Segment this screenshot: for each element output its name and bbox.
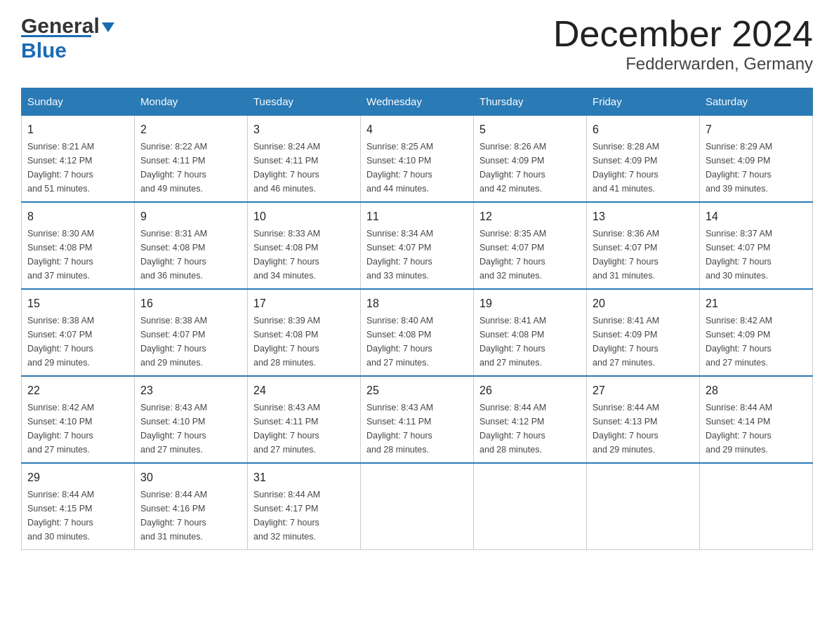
day-info: Sunrise: 8:44 AMSunset: 4:13 PMDaylight:… bbox=[593, 401, 694, 457]
day-number: 23 bbox=[140, 382, 241, 399]
calendar-cell: 21Sunrise: 8:42 AMSunset: 4:09 PMDayligh… bbox=[700, 289, 813, 376]
calendar-cell: 28Sunrise: 8:44 AMSunset: 4:14 PMDayligh… bbox=[700, 376, 813, 463]
day-info: Sunrise: 8:42 AMSunset: 4:10 PMDaylight:… bbox=[27, 401, 128, 457]
day-info: Sunrise: 8:42 AMSunset: 4:09 PMDaylight:… bbox=[706, 314, 807, 370]
calendar-cell: 31Sunrise: 8:44 AMSunset: 4:17 PMDayligh… bbox=[248, 463, 361, 550]
column-header-friday: Friday bbox=[587, 88, 700, 116]
day-number: 3 bbox=[253, 121, 355, 138]
page-header: General Blue December 2024 Fedderwarden,… bbox=[21, 14, 813, 74]
calendar-cell: 4Sunrise: 8:25 AMSunset: 4:10 PMDaylight… bbox=[361, 115, 474, 202]
calendar-cell: 20Sunrise: 8:41 AMSunset: 4:09 PMDayligh… bbox=[587, 289, 700, 376]
column-header-thursday: Thursday bbox=[474, 88, 587, 116]
calendar-cell: 22Sunrise: 8:42 AMSunset: 4:10 PMDayligh… bbox=[22, 376, 135, 463]
day-info: Sunrise: 8:26 AMSunset: 4:09 PMDaylight:… bbox=[479, 140, 581, 196]
calendar-cell: 24Sunrise: 8:43 AMSunset: 4:11 PMDayligh… bbox=[248, 376, 361, 463]
day-number: 9 bbox=[140, 208, 241, 225]
day-info: Sunrise: 8:31 AMSunset: 4:08 PMDaylight:… bbox=[140, 227, 241, 283]
day-info: Sunrise: 8:22 AMSunset: 4:11 PMDaylight:… bbox=[140, 140, 241, 196]
calendar-cell: 15Sunrise: 8:38 AMSunset: 4:07 PMDayligh… bbox=[22, 289, 135, 376]
column-header-saturday: Saturday bbox=[700, 88, 813, 116]
day-info: Sunrise: 8:39 AMSunset: 4:08 PMDaylight:… bbox=[253, 314, 355, 370]
day-number: 29 bbox=[27, 469, 128, 486]
calendar-cell: 7Sunrise: 8:29 AMSunset: 4:09 PMDaylight… bbox=[700, 115, 813, 202]
location-title: Fedderwarden, Germany bbox=[553, 54, 813, 74]
day-info: Sunrise: 8:43 AMSunset: 4:11 PMDaylight:… bbox=[253, 401, 355, 457]
column-header-tuesday: Tuesday bbox=[248, 88, 361, 116]
day-number: 21 bbox=[706, 295, 807, 312]
logo-blue: Blue bbox=[21, 39, 67, 62]
calendar-cell bbox=[700, 463, 813, 550]
day-info: Sunrise: 8:41 AMSunset: 4:09 PMDaylight:… bbox=[593, 314, 694, 370]
day-number: 1 bbox=[27, 121, 128, 138]
calendar-cell: 14Sunrise: 8:37 AMSunset: 4:07 PMDayligh… bbox=[700, 202, 813, 289]
day-number: 11 bbox=[366, 208, 468, 225]
day-info: Sunrise: 8:35 AMSunset: 4:07 PMDaylight:… bbox=[479, 227, 581, 283]
day-info: Sunrise: 8:36 AMSunset: 4:07 PMDaylight:… bbox=[593, 227, 694, 283]
calendar-cell: 26Sunrise: 8:44 AMSunset: 4:12 PMDayligh… bbox=[474, 376, 587, 463]
calendar-cell: 6Sunrise: 8:28 AMSunset: 4:09 PMDaylight… bbox=[587, 115, 700, 202]
day-info: Sunrise: 8:30 AMSunset: 4:08 PMDaylight:… bbox=[27, 227, 128, 283]
calendar-week-5: 29Sunrise: 8:44 AMSunset: 4:15 PMDayligh… bbox=[22, 463, 813, 550]
day-info: Sunrise: 8:44 AMSunset: 4:16 PMDaylight:… bbox=[140, 488, 241, 544]
day-number: 28 bbox=[706, 382, 807, 399]
day-number: 22 bbox=[27, 382, 128, 399]
calendar-cell: 10Sunrise: 8:33 AMSunset: 4:08 PMDayligh… bbox=[248, 202, 361, 289]
logo-triangle-icon bbox=[102, 22, 114, 32]
day-number: 18 bbox=[366, 295, 468, 312]
calendar-cell: 25Sunrise: 8:43 AMSunset: 4:11 PMDayligh… bbox=[361, 376, 474, 463]
calendar-cell bbox=[361, 463, 474, 550]
calendar-week-1: 1Sunrise: 8:21 AMSunset: 4:12 PMDaylight… bbox=[22, 115, 813, 202]
day-number: 5 bbox=[479, 121, 581, 138]
calendar-week-2: 8Sunrise: 8:30 AMSunset: 4:08 PMDaylight… bbox=[22, 202, 813, 289]
day-number: 13 bbox=[593, 208, 694, 225]
day-number: 25 bbox=[366, 382, 468, 399]
calendar-title-area: December 2024 Fedderwarden, Germany bbox=[553, 14, 813, 74]
calendar-header-row: SundayMondayTuesdayWednesdayThursdayFrid… bbox=[22, 88, 813, 116]
calendar-cell: 2Sunrise: 8:22 AMSunset: 4:11 PMDaylight… bbox=[135, 115, 248, 202]
calendar-cell: 13Sunrise: 8:36 AMSunset: 4:07 PMDayligh… bbox=[587, 202, 700, 289]
day-number: 15 bbox=[27, 295, 128, 312]
day-number: 7 bbox=[706, 121, 807, 138]
day-info: Sunrise: 8:44 AMSunset: 4:14 PMDaylight:… bbox=[706, 401, 807, 457]
column-header-monday: Monday bbox=[135, 88, 248, 116]
calendar-cell bbox=[474, 463, 587, 550]
day-info: Sunrise: 8:29 AMSunset: 4:09 PMDaylight:… bbox=[706, 140, 807, 196]
day-number: 8 bbox=[27, 208, 128, 225]
day-info: Sunrise: 8:34 AMSunset: 4:07 PMDaylight:… bbox=[366, 227, 468, 283]
day-info: Sunrise: 8:40 AMSunset: 4:08 PMDaylight:… bbox=[366, 314, 468, 370]
day-info: Sunrise: 8:38 AMSunset: 4:07 PMDaylight:… bbox=[27, 314, 128, 370]
day-number: 2 bbox=[140, 121, 241, 138]
day-number: 10 bbox=[253, 208, 355, 225]
day-info: Sunrise: 8:25 AMSunset: 4:10 PMDaylight:… bbox=[366, 140, 468, 196]
calendar-cell: 29Sunrise: 8:44 AMSunset: 4:15 PMDayligh… bbox=[22, 463, 135, 550]
day-info: Sunrise: 8:28 AMSunset: 4:09 PMDaylight:… bbox=[593, 140, 694, 196]
day-number: 17 bbox=[253, 295, 355, 312]
calendar-cell: 27Sunrise: 8:44 AMSunset: 4:13 PMDayligh… bbox=[587, 376, 700, 463]
day-number: 30 bbox=[140, 469, 241, 486]
calendar-cell: 17Sunrise: 8:39 AMSunset: 4:08 PMDayligh… bbox=[248, 289, 361, 376]
day-info: Sunrise: 8:38 AMSunset: 4:07 PMDaylight:… bbox=[140, 314, 241, 370]
logo-general: General bbox=[21, 14, 100, 38]
calendar-cell: 1Sunrise: 8:21 AMSunset: 4:12 PMDaylight… bbox=[22, 115, 135, 202]
calendar-cell: 23Sunrise: 8:43 AMSunset: 4:10 PMDayligh… bbox=[135, 376, 248, 463]
day-info: Sunrise: 8:44 AMSunset: 4:15 PMDaylight:… bbox=[27, 488, 128, 544]
calendar-cell: 18Sunrise: 8:40 AMSunset: 4:08 PMDayligh… bbox=[361, 289, 474, 376]
day-number: 27 bbox=[593, 382, 694, 399]
calendar-cell: 19Sunrise: 8:41 AMSunset: 4:08 PMDayligh… bbox=[474, 289, 587, 376]
calendar-table: SundayMondayTuesdayWednesdayThursdayFrid… bbox=[21, 88, 813, 550]
calendar-cell: 16Sunrise: 8:38 AMSunset: 4:07 PMDayligh… bbox=[135, 289, 248, 376]
calendar-cell: 5Sunrise: 8:26 AMSunset: 4:09 PMDaylight… bbox=[474, 115, 587, 202]
day-info: Sunrise: 8:33 AMSunset: 4:08 PMDaylight:… bbox=[253, 227, 355, 283]
logo: General Blue bbox=[21, 14, 114, 62]
day-info: Sunrise: 8:43 AMSunset: 4:11 PMDaylight:… bbox=[366, 401, 468, 457]
day-number: 31 bbox=[253, 469, 355, 486]
day-number: 26 bbox=[479, 382, 581, 399]
calendar-cell: 12Sunrise: 8:35 AMSunset: 4:07 PMDayligh… bbox=[474, 202, 587, 289]
day-info: Sunrise: 8:41 AMSunset: 4:08 PMDaylight:… bbox=[479, 314, 581, 370]
day-number: 14 bbox=[706, 208, 807, 225]
day-number: 20 bbox=[593, 295, 694, 312]
column-header-sunday: Sunday bbox=[22, 88, 135, 116]
day-info: Sunrise: 8:43 AMSunset: 4:10 PMDaylight:… bbox=[140, 401, 241, 457]
day-number: 4 bbox=[366, 121, 468, 138]
day-number: 16 bbox=[140, 295, 241, 312]
